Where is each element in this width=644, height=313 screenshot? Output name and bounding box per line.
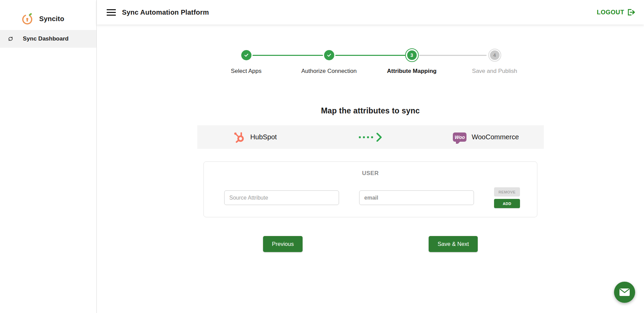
step-label: Select Apps xyxy=(231,68,262,75)
brand: Syncito xyxy=(0,0,96,30)
mapping-row: REMOVE ADD xyxy=(204,187,537,208)
logout-icon xyxy=(627,9,635,16)
logout-label: LOGOUT xyxy=(597,9,624,16)
stepper: Select Apps Authorize Connection xyxy=(205,48,536,75)
remove-button[interactable]: REMOVE xyxy=(494,187,520,197)
step-upcoming-circle[interactable]: 4 xyxy=(488,49,501,62)
target-attribute-input[interactable] xyxy=(359,190,474,205)
save-next-button[interactable]: Save & Next xyxy=(429,236,478,252)
sidebar: Syncito Sync Dashboard xyxy=(0,0,97,313)
wizard-actions: Previous Save & Next xyxy=(203,236,537,252)
woo-logo-text: Woo xyxy=(455,135,465,140)
woocommerce-icon: Woo xyxy=(453,132,466,142)
sidebar-item-label: Sync Dashboard xyxy=(23,35,68,42)
top-header: Sync Automation Platform LOGOUT xyxy=(97,0,644,25)
envelope-icon xyxy=(619,288,630,296)
step-completed-circle[interactable] xyxy=(324,50,334,60)
mapping-card-title: USER xyxy=(204,170,537,177)
target-app-name: WooCommerce xyxy=(472,133,519,141)
step-completed-circle[interactable] xyxy=(241,50,251,60)
check-icon xyxy=(326,52,332,58)
arrow-right-dotted-icon xyxy=(359,133,382,142)
syncito-logo-icon xyxy=(21,12,33,25)
step-active-circle[interactable]: 3 xyxy=(405,48,419,62)
row-buttons: REMOVE ADD xyxy=(494,187,520,208)
source-attribute-input[interactable] xyxy=(224,190,339,205)
step-save-and-publish: 4 Save and Publish xyxy=(453,48,536,75)
menu-icon[interactable] xyxy=(107,9,116,16)
step-select-apps: Select Apps xyxy=(205,48,288,75)
sync-icon xyxy=(7,35,14,42)
app-root: Syncito Sync Dashboard Syn xyxy=(0,0,644,313)
chat-widget-button[interactable] xyxy=(614,282,635,303)
step-number: 3 xyxy=(407,50,417,60)
step-attribute-mapping: 3 Attribute Mapping xyxy=(370,48,453,75)
step-authorize-connection: Authorize Connection xyxy=(288,48,370,75)
source-app: HubSpot xyxy=(197,131,313,143)
logout-button[interactable]: LOGOUT xyxy=(597,9,635,16)
hubspot-icon xyxy=(233,131,245,143)
step-number: 4 xyxy=(490,50,500,60)
section-heading: Map the attributes to sync xyxy=(321,106,420,115)
source-app-name: HubSpot xyxy=(250,133,277,141)
check-icon xyxy=(244,52,249,58)
step-label: Authorize Connection xyxy=(301,68,357,75)
step-label: Save and Publish xyxy=(472,68,517,75)
content: Select Apps Authorize Connection xyxy=(97,25,644,313)
main-area: Sync Automation Platform LOGOUT xyxy=(97,0,644,313)
sidebar-nav: Sync Dashboard xyxy=(0,30,96,48)
mapping-direction xyxy=(313,133,428,142)
brand-name: Syncito xyxy=(39,15,64,23)
target-app: Woo WooCommerce xyxy=(428,132,544,142)
apps-row: HubSpot Woo WooCommerce xyxy=(197,125,544,149)
sidebar-item-sync-dashboard[interactable]: Sync Dashboard xyxy=(0,30,96,48)
step-label: Attribute Mapping xyxy=(387,68,436,75)
page-title: Sync Automation Platform xyxy=(122,9,209,16)
add-button[interactable]: ADD xyxy=(494,199,520,208)
mapping-card: USER REMOVE ADD xyxy=(203,161,537,217)
previous-button[interactable]: Previous xyxy=(263,236,303,252)
